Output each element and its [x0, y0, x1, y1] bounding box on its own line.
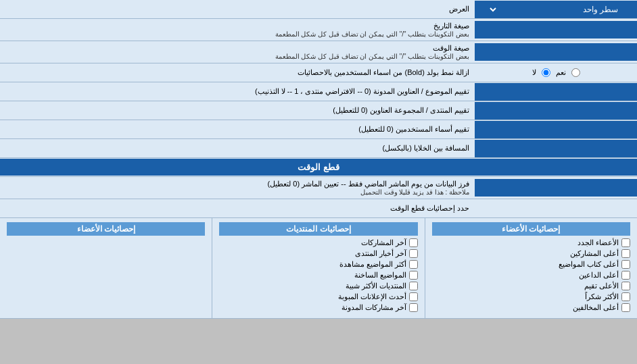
bold-radio-group[interactable]: نعم لا: [475, 64, 637, 82]
col2-header: إحصائيات المنتديات: [219, 222, 417, 236]
recent-posts-label: آخر المشاركات: [361, 238, 406, 247]
date-format-input-container[interactable]: d-m: [475, 21, 637, 38]
cell-spacing-input[interactable]: 2: [477, 144, 634, 153]
most-thanked-label: الأكثر شكراً: [585, 292, 619, 301]
usernames-order-input-container[interactable]: 0: [475, 121, 637, 138]
checkbox-top-writers[interactable]: أعلى كتاب المواضيع: [432, 260, 630, 269]
checkbox-recent-shared[interactable]: آخر مشاركات المدونة: [219, 303, 417, 312]
similar-forums-label: المنتديات الأكثر شبية: [346, 282, 406, 290]
display-select[interactable]: سطر واحدسطرينثلاثة أسطر: [488, 3, 623, 16]
forum-order-input[interactable]: 33: [477, 106, 634, 115]
top-viewed-label: أكثر المواضيع مشاهدة: [339, 260, 406, 269]
days-cutoff-label-section: فرز البيانات من يوم الماشر الماضي فقط --…: [0, 177, 475, 199]
forum-order-input-container[interactable]: 33: [475, 102, 637, 120]
days-cutoff-sub-label: ملاحظة : هذا قد يزيد قليلا وقت التحميل: [5, 188, 469, 196]
bold-no-label: لا: [532, 68, 536, 77]
top-ignored-label: أعلى المخالفين: [573, 303, 619, 312]
checkbox-top-ignored[interactable]: أعلى المخالفين: [432, 303, 630, 312]
checkbox-similar-forums[interactable]: المنتديات الأكثر شبية: [219, 282, 417, 290]
time-format-row: H:i صيغة الوقت بعض التكوينات يتطلب "/" ا…: [0, 41, 637, 63]
days-cutoff-input-container[interactable]: 0: [475, 179, 637, 197]
top-posters2-checkbox[interactable]: [621, 271, 630, 280]
forum-news-checkbox[interactable]: [409, 249, 418, 258]
new-members-checkbox[interactable]: [621, 238, 630, 247]
checkbox-col-forums: إحصائيات المنتديات آخر المشاركات آخر أخب…: [212, 218, 424, 318]
cutoff-section-title: قطع الوقت: [0, 159, 637, 176]
recent-ads-label: أحدث الإعلانات المبوبة: [338, 292, 406, 301]
top-posters-label: أعلى المشاركين: [570, 249, 619, 258]
display-select-container[interactable]: سطر واحدسطرينثلاثة أسطر: [475, 1, 637, 18]
header-label: العرض: [0, 2, 475, 16]
time-format-main-label: صيغة الوقت: [5, 44, 469, 53]
date-format-row: d-m صيغة التاريخ بعض التكوينات يتطلب "/"…: [0, 19, 637, 41]
top-posters-checkbox[interactable]: [621, 249, 630, 258]
usernames-order-input[interactable]: 0: [477, 125, 634, 134]
days-cutoff-row: 0 فرز البيانات من يوم الماشر الماضي فقط …: [0, 177, 637, 199]
recent-topics-checkbox[interactable]: [409, 271, 418, 280]
checkbox-new-members[interactable]: الأعضاء الجدد: [432, 238, 630, 247]
time-format-label-section: صيغة الوقت بعض التكوينات يتطلب "/" التي …: [0, 41, 475, 63]
date-format-sub-label: بعض التكوينات يتطلب "/" التي يمكن ان تضا…: [5, 30, 469, 38]
date-format-label-section: صيغة التاريخ بعض التكوينات يتطلب "/" الت…: [0, 19, 475, 41]
cell-spacing-row: 2 المسافة بين الخلايا (بالبكسل): [0, 139, 637, 158]
checkbox-recent-topics[interactable]: المواضيع الساخنة: [219, 271, 417, 280]
col3-header: إحصائيات الأعضاء: [7, 222, 205, 236]
checkbox-col-members: إحصائيات الأعضاء الأعضاء الجدد أعلى المش…: [425, 218, 637, 318]
bold-no-radio[interactable]: [542, 68, 550, 77]
cell-spacing-input-container[interactable]: 2: [475, 140, 637, 157]
recent-posts-checkbox[interactable]: [409, 238, 418, 247]
subjects-order-row: 33 تقييم الموضوع / العناوين المدونة (0 -…: [0, 82, 637, 101]
checkbox-forum-news[interactable]: آخر أخبار المنتدى: [219, 249, 417, 258]
recent-ads-checkbox[interactable]: [409, 292, 418, 301]
recent-topics-label: المواضيع الساخنة: [354, 271, 406, 280]
top-rated-label: الأعلى تقيم: [584, 282, 619, 290]
top-posters2-label: أعلى الداعين: [579, 271, 619, 280]
similar-forums-checkbox[interactable]: [409, 282, 418, 290]
recent-shared-checkbox[interactable]: [409, 303, 418, 312]
main-container: سطر واحدسطرينثلاثة أسطر العرض d-m صيغة ا…: [0, 0, 637, 319]
top-ignored-checkbox[interactable]: [621, 303, 630, 312]
checkbox-top-viewed[interactable]: أكثر المواضيع مشاهدة: [219, 260, 417, 269]
new-members-label: الأعضاء الجدد: [577, 238, 619, 247]
subjects-order-input-container[interactable]: 33: [475, 83, 637, 101]
subjects-order-input[interactable]: 33: [477, 87, 634, 97]
checkbox-col-members2: إحصائيات الأعضاء: [0, 218, 212, 318]
cutoff-section-header-row: قطع الوقت: [0, 158, 637, 177]
time-format-input[interactable]: H:i: [477, 47, 634, 57]
days-cutoff-input[interactable]: 0: [477, 183, 634, 192]
subjects-order-label: تقييم الموضوع / العناوين المدونة (0 -- ا…: [0, 84, 475, 99]
forum-order-row: 33 تقييم المنتدى / المجموعة العناوين (0 …: [0, 101, 637, 120]
checkbox-recent-ads[interactable]: أحدث الإعلانات المبوبة: [219, 292, 417, 301]
time-format-sub-label: بعض التكوينات يتطلب "/" التي يمكن ان تضا…: [5, 53, 469, 60]
cell-spacing-label: المسافة بين الخلايا (بالبكسل): [0, 141, 475, 155]
statistics-limit-row: حدد إحصائيات قطع الوقت: [0, 199, 637, 218]
forum-order-label: تقييم المنتدى / المجموعة العناوين (0 للت…: [0, 103, 475, 118]
bold-remove-row: نعم لا ازالة نمط بولد (Bold) من اسماء ال…: [0, 63, 637, 82]
top-writers-label: أعلى كتاب المواضيع: [559, 260, 619, 269]
time-format-input-container[interactable]: H:i: [475, 43, 637, 61]
checkbox-most-thanked[interactable]: الأكثر شكراً: [432, 292, 630, 301]
checkbox-recent-posts[interactable]: آخر المشاركات: [219, 238, 417, 247]
usernames-order-row: 0 تقييم أسماء المستخدمين (0 للتعطيل): [0, 120, 637, 139]
header-row: سطر واحدسطرينثلاثة أسطر العرض: [0, 0, 637, 19]
checkboxes-section: إحصائيات الأعضاء الأعضاء الجدد أعلى المش…: [0, 218, 637, 319]
top-rated-checkbox[interactable]: [621, 282, 630, 290]
bold-remove-label: ازالة نمط بولد (Bold) من اسماء المستخدمي…: [0, 66, 475, 80]
top-viewed-checkbox[interactable]: [409, 260, 418, 269]
days-cutoff-main-label: فرز البيانات من يوم الماشر الماضي فقط --…: [5, 180, 469, 188]
date-format-input[interactable]: d-m: [477, 25, 634, 34]
forum-news-label: آخر أخبار المنتدى: [355, 249, 406, 258]
col1-header: إحصائيات الأعضاء: [432, 222, 630, 236]
checkbox-top-posters[interactable]: أعلى المشاركين: [432, 249, 630, 258]
top-writers-checkbox[interactable]: [621, 260, 630, 269]
checkbox-top-rated[interactable]: الأعلى تقيم: [432, 282, 630, 290]
statistics-limit-label: حدد إحصائيات قطع الوقت: [0, 201, 475, 215]
checkbox-top-posters2[interactable]: أعلى الداعين: [432, 271, 630, 280]
date-format-main-label: صيغة التاريخ: [5, 22, 469, 30]
bold-yes-radio[interactable]: [571, 68, 580, 77]
bold-yes-label: نعم: [556, 68, 566, 77]
most-thanked-checkbox[interactable]: [621, 292, 630, 301]
recent-shared-label: آخر مشاركات المدونة: [341, 303, 406, 312]
usernames-order-label: تقييم أسماء المستخدمين (0 للتعطيل): [0, 122, 475, 136]
